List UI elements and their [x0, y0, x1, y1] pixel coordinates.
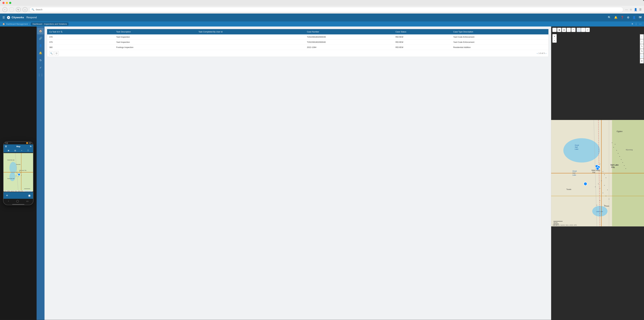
breadcrumb-more-icon[interactable]: ⋯ — [639, 22, 642, 25]
forward-button[interactable]: → — [9, 7, 14, 12]
map-right-tool-6[interactable]: ⚙ — [640, 58, 644, 63]
header-gear-icon[interactable]: ⚙ — [627, 16, 629, 19]
map-right-tool-3[interactable]: ✎ — [640, 44, 644, 49]
cell-case-type-3: Residential Addition — [451, 45, 548, 50]
svg-text:Salt: Salt — [575, 146, 578, 148]
table-row[interactable]: 380 Footings Inspection 2022-1084 REVIEW… — [47, 45, 548, 50]
svg-point-64 — [604, 205, 605, 205]
svg-text:West Valley: West Valley — [592, 169, 600, 171]
phone-map-title: Map — [16, 145, 20, 148]
svg-text:Great: Great — [575, 144, 579, 146]
hamburger-menu[interactable]: ☰ — [2, 16, 5, 19]
traffic-light-yellow[interactable] — [6, 2, 8, 4]
map-zoom-in[interactable]: + — [552, 34, 557, 38]
col-header-case-status[interactable]: Case Status — [394, 29, 451, 34]
table-grid-button[interactable]: ☷ — [54, 51, 59, 55]
phone-multi-select-tool[interactable]: ▤ — [14, 149, 16, 152]
map-right-tool-4[interactable]: ⇅ — [640, 49, 644, 54]
table-search-button[interactable]: 🔍 — [49, 51, 54, 55]
map-zoom-out[interactable]: − — [552, 38, 557, 43]
header-bell-icon[interactable]: 🔔 — [614, 16, 618, 19]
table-row[interactable]: 379 Yard Inspection T2022081802000040 RE… — [47, 40, 548, 45]
svg-point-2 — [10, 172, 16, 181]
svg-point-53 — [601, 181, 602, 181]
svg-point-58 — [607, 190, 608, 190]
home-button[interactable]: ⌂ — [22, 7, 28, 12]
map-right-tool-2[interactable]: ◇ — [640, 39, 644, 44]
map-cursor-tool[interactable]: ← — [552, 28, 557, 32]
traffic-light-green[interactable] — [9, 2, 11, 4]
phone-map-svg: Evanste Great Salt Lake Great Salt Lake … — [4, 152, 33, 192]
phone-hamburger[interactable]: ☰ — [5, 145, 7, 148]
table-row[interactable]: 378 Yard Inspection T2022081802000039 RE… — [47, 34, 548, 40]
browser-menu[interactable]: ☰ — [639, 8, 642, 11]
breadcrumb-columns-icon[interactable]: ⋮ — [635, 22, 637, 25]
col-header-case-type[interactable]: Case Type Description — [451, 29, 548, 34]
sidebar-item-refresh[interactable]: ↻ — [37, 57, 44, 64]
map-rect-select-tool[interactable]: ▣ — [557, 28, 562, 32]
svg-text:Lake: Lake — [572, 174, 576, 176]
svg-point-63 — [596, 205, 597, 205]
col-header-task-id[interactable]: Ca Task Id # ⇅ — [47, 29, 114, 34]
phone-refresh-icon[interactable]: ↻ — [30, 145, 32, 148]
map-undo-tool[interactable]: ↶ — [571, 28, 576, 32]
phone-recents-nav[interactable]: ▭ — [26, 200, 28, 203]
phone-add-button[interactable]: + — [6, 193, 8, 198]
svg-text:20 km: 20 km — [554, 222, 558, 223]
cell-task-desc-2: Yard Inspection — [114, 40, 196, 45]
phone-grid-tool[interactable]: ☷ — [27, 149, 29, 152]
col-header-completed-by[interactable]: Task Completed By User Id — [196, 29, 305, 34]
refresh-button[interactable]: ↻ — [16, 7, 21, 12]
sidebar-item-user[interactable]: 👤 — [37, 42, 44, 49]
browser-favorite[interactable]: ☆ — [630, 8, 632, 11]
svg-text:Salt Lake: Salt Lake — [610, 164, 618, 166]
svg-point-18 — [18, 176, 18, 177]
pagination-prev[interactable]: ‹ — [537, 52, 538, 54]
pagination-next[interactable]: › — [546, 52, 546, 54]
browser-menu-dots[interactable]: ⋯ — [625, 8, 628, 11]
header-user-icon[interactable]: 👤 — [632, 16, 636, 19]
cell-task-desc-3: Footings Inspection — [114, 45, 196, 50]
map-right-tool-5[interactable]: 📃 — [640, 54, 644, 58]
sidebar-item-grid[interactable]: ⋮⋮ — [37, 72, 44, 78]
svg-text:Evanste: Evanste — [16, 164, 20, 165]
phone-location-tool[interactable]: ⌖ — [21, 149, 22, 152]
back-button[interactable]: ← — [2, 7, 7, 12]
col-header-task-desc[interactable]: Task Description — [114, 29, 196, 34]
cell-completed-by-3 — [196, 45, 305, 50]
svg-point-61 — [609, 199, 609, 199]
map-point-select-tool[interactable]: ⋅ — [577, 28, 581, 32]
svg-point-49 — [594, 170, 594, 170]
traffic-light-red[interactable] — [2, 2, 4, 4]
phone-select-tool[interactable]: ▣ — [8, 149, 9, 152]
header-map-icon[interactable]: 🗺 — [639, 16, 642, 19]
browser-account[interactable]: 👤 — [634, 8, 637, 11]
svg-point-65 — [612, 142, 612, 143]
phone-back-nav[interactable]: ‹ — [8, 200, 9, 203]
svg-point-59 — [602, 193, 603, 193]
map-right-tool-1[interactable]: ⌂ — [640, 34, 644, 39]
app-module: Respond — [26, 16, 37, 19]
map-arrow-tool[interactable]: → — [581, 28, 585, 32]
map-home-tool[interactable]: ⌂ — [566, 28, 571, 32]
svg-text:City: City — [592, 171, 595, 173]
map-expand-tool[interactable]: ⇄ — [586, 28, 590, 32]
header-search-icon[interactable]: 🔍 — [608, 16, 611, 19]
svg-point-69 — [618, 153, 618, 154]
sidebar-item-home[interactable]: 🏠 — [37, 28, 44, 34]
sidebar-item-link[interactable]: 🔗 — [37, 35, 44, 42]
sidebar-item-check[interactable]: ✓ — [37, 64, 44, 71]
cell-case-status-2: REVIEW — [394, 40, 451, 45]
svg-point-16 — [21, 175, 22, 175]
col-header-case-number[interactable]: Case Number — [305, 29, 393, 34]
phone-layers-button[interactable]: ◉ — [28, 194, 31, 197]
address-bar[interactable]: 🔍 Search — [29, 7, 623, 12]
header-help-icon[interactable]: ❓ — [620, 16, 624, 19]
cell-completed-by-1 — [196, 34, 305, 40]
breadcrumb-home-icon: 🏠 — [2, 23, 5, 25]
breadcrumb-parent[interactable]: Dashboard Management — [6, 23, 28, 25]
sidebar-item-bell[interactable]: 🔔 — [37, 50, 44, 56]
breadcrumb-filter-icon[interactable]: ≡ — [632, 22, 633, 25]
map-poly-select-tool[interactable]: ▥ — [562, 28, 566, 32]
phone-home-nav[interactable]: ◯ — [16, 200, 19, 203]
